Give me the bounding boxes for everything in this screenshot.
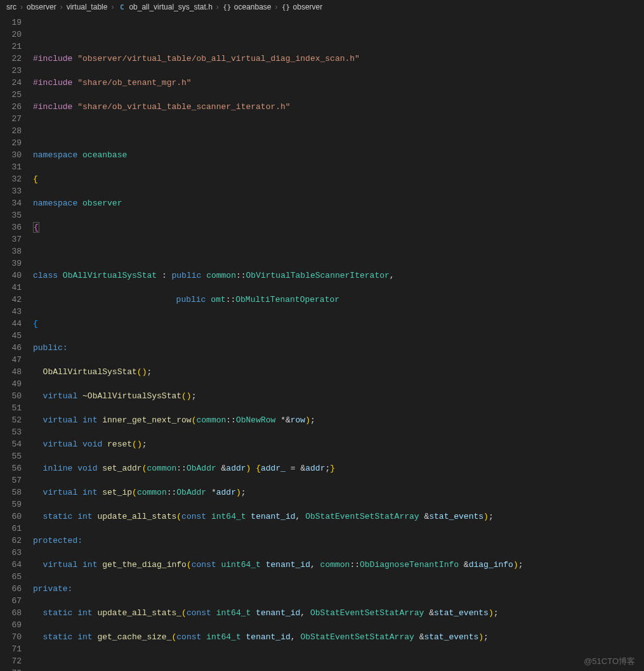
chevron-right-icon: › — [59, 3, 64, 11]
breadcrumb-item[interactable]: observer — [27, 3, 56, 11]
line-number-gutter: 1920212223242526272829303132333435363738… — [0, 16, 33, 671]
chevron-right-icon: › — [274, 3, 279, 11]
watermark: @51CTO博客 — [584, 656, 635, 667]
breadcrumb: src › observer › virtual_table › C ob_al… — [0, 0, 644, 14]
breadcrumb-item[interactable]: ob_all_virtual_sys_stat.h — [129, 3, 212, 11]
breadcrumb-item[interactable]: virtual_table — [67, 3, 108, 11]
code-editor[interactable]: 1920212223242526272829303132333435363738… — [0, 14, 644, 671]
namespace-icon: {} — [282, 3, 291, 11]
chevron-right-icon: › — [215, 3, 220, 11]
chevron-right-icon: › — [19, 3, 24, 11]
chevron-right-icon: › — [110, 3, 115, 11]
namespace-icon: {} — [223, 3, 232, 11]
code-area[interactable]: #include "observer/virtual_table/ob_all_… — [33, 16, 644, 671]
breadcrumb-item[interactable]: oceanbase — [234, 3, 272, 11]
breadcrumb-item[interactable]: src — [6, 3, 16, 11]
breadcrumb-item[interactable]: observer — [293, 3, 323, 11]
c-file-icon: C — [117, 3, 126, 11]
